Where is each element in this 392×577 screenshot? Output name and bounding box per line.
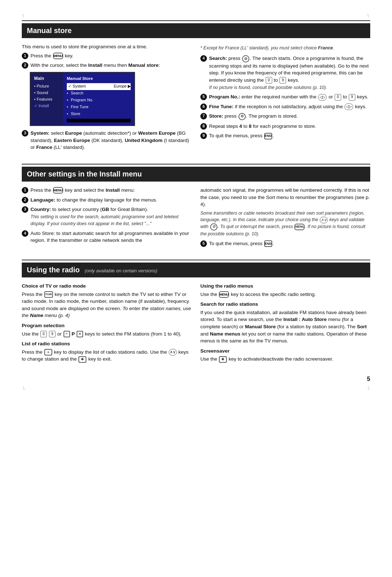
other-settings-header: Other settings in the Install menu [22, 167, 370, 182]
key-0-radio: 0 [40, 331, 47, 337]
end-key-9: END [264, 133, 272, 139]
key-9-4: 9 [279, 77, 286, 84]
ok-key-7: ⊙ [238, 113, 246, 120]
os-step-4-icon: 4 [22, 230, 28, 237]
radio-section: Using the radio (only available on certa… [22, 260, 370, 365]
list-key-radio: ≡ [44, 349, 52, 355]
step-8-icon: 8 [200, 123, 207, 130]
minus-key-radio: − [64, 331, 70, 337]
manual-store-section: Manual store This menu is used to store … [22, 20, 370, 154]
using-text: Use the MENU key to access the specific … [200, 291, 370, 298]
step-6-icon: 6 [200, 103, 207, 110]
other-settings-content: 1 Press the MENU key and select the Inst… [22, 187, 370, 249]
other-settings-section: Other settings in the Install menu 1 Pre… [22, 164, 370, 249]
tv-menu-item-features: • Features [34, 96, 60, 103]
tv-menu-system-item: ✓ SystemEurope ▶ [67, 83, 131, 90]
tvrad-key: TV/R [44, 291, 53, 298]
end-key-os5: END [264, 240, 272, 247]
step-3: 3 System: select Europe (automatic detec… [22, 130, 192, 151]
radio-header: Using the radio (only available on certa… [22, 263, 370, 277]
corner-mark-bl: └ [22, 385, 25, 393]
page-num-text: 5 [367, 376, 370, 382]
ok-key-os: ⊙ [210, 223, 217, 231]
asterisk-note: * Except for France (LL' standard), you … [200, 45, 370, 51]
menu-key-os1: MENU [53, 187, 63, 194]
os-right-italic: Some transmitters or cable networks broa… [200, 210, 370, 237]
tv-menu-programno-item: • Program No. [67, 97, 131, 104]
menu-key-icon: MENU [53, 53, 63, 59]
tv-menu-right-panel: Manual Store ✓ SystemEurope ▶ • Search •… [63, 73, 134, 125]
other-settings-right: automatic sort signal, the programmes wi… [200, 187, 370, 249]
plus-key-radio: + [77, 331, 83, 337]
using-heading: Using the radio menus [200, 283, 370, 290]
step-1-icon: 1 [22, 53, 28, 59]
step-6: 6 Fine Tune: if the reception is not sat… [200, 103, 370, 110]
corner-mark-br: └ [367, 385, 370, 393]
radio-left: Choice of TV or radio mode Press the TV/… [22, 283, 192, 365]
step-7-icon: 7 [200, 113, 207, 119]
step-2: 2 With the cursor, select the Install me… [22, 62, 192, 69]
os-step-1-text: Press the MENU key and select the Instal… [30, 187, 135, 194]
search-heading: Search for radio stations [200, 301, 370, 308]
os-step-3: 3 Country: to select your country (GB fo… [22, 206, 192, 227]
tv-menu-left-panel: Main • Picture • Sound • Features ✓ Inst… [30, 73, 63, 125]
ok-key-4: ⊙ [242, 55, 249, 62]
os-step-1-icon: 1 [22, 187, 28, 194]
step-5-text: Program No.: enter the required number w… [209, 93, 368, 101]
other-settings-left: 1 Press the MENU key and select the Inst… [22, 187, 192, 249]
manual-store-steps-right: 4 Search: press ⊙. The search starts. On… [200, 55, 370, 139]
step-4: 4 Search: press ⊙. The search starts. On… [200, 55, 370, 91]
step-2-text: With the cursor, select the Install menu… [30, 62, 160, 69]
step-3-text: System: select Europe (automatic detecti… [30, 130, 192, 151]
arrow-ud-os: ∧∨ [320, 217, 328, 223]
radio-content: Choice of TV or radio mode Press the TV/… [22, 283, 370, 365]
tv-menu-item-picture: • Picture [34, 83, 60, 90]
page-number: 5 [22, 375, 370, 383]
arrow-ud-radio: ∧∨ [169, 349, 177, 355]
os-step-2-text: Language: to change the display language… [30, 196, 157, 204]
step-8: 8 Repeat steps 4 to 8 for each programme… [200, 123, 370, 130]
tv-menu-item-sound: • Sound [34, 90, 60, 96]
step-1-text: Press the MENU key. [30, 52, 73, 60]
arrow-lr-5: ◁▷ [318, 94, 327, 101]
step-3-icon: 3 [22, 130, 28, 137]
menu-key-os: MENU [294, 224, 305, 230]
os-right-text-1: automatic sort signal, the programmes wi… [200, 187, 370, 208]
step-5: 5 Program No.: enter the required number… [200, 93, 370, 101]
step-7: 7 Store: press ⊙. The program is stored. [200, 113, 370, 120]
tv-menu-store-item: • Store [67, 110, 131, 117]
step-3-list: 3 System: select Europe (automatic detec… [22, 130, 192, 151]
manual-store-title: Manual store [27, 27, 72, 34]
os-step-5: 5 To quit the menus, press END. [200, 240, 370, 247]
search-text: If you used the quick installation, all … [200, 309, 370, 345]
manual-store-steps-left: 1 Press the MENU key. 2 With the cursor,… [22, 52, 192, 69]
step-4-text: Search: press ⊙. The search starts. Once… [209, 55, 370, 91]
end-key-radio-list: ⊕ [78, 356, 86, 363]
program-heading: Program selection [22, 322, 192, 329]
step-1: 1 Press the MENU key. [22, 52, 192, 60]
step-7-text: Store: press ⊙. The program is stored. [209, 113, 298, 120]
page-marks-bottom: └ └ [22, 385, 370, 393]
other-settings-title: Other settings in the Install menu [27, 170, 142, 178]
os-step-3-note: This setting is used for the search, aut… [30, 214, 179, 227]
manual-store-right: * Except for France (LL' standard), you … [200, 43, 370, 154]
step-9: 9 To quit the menus, press END. [200, 132, 370, 139]
program-text: Use the 0 9 or − P + keys to select the … [22, 330, 192, 338]
key-9-5: 9 [349, 94, 355, 101]
corner-mark-tl: ┐ [22, 11, 25, 18]
step-9-icon: 9 [200, 133, 207, 139]
screensaver-text: Use the ⊕ key to activate/deactivate the… [200, 355, 370, 363]
choice-heading: Choice of TV or radio mode [22, 283, 192, 290]
os-right-steps: 5 To quit the menus, press END. [200, 240, 370, 247]
os-step-4: 4 Auto Store: to start automatic search … [22, 230, 192, 244]
step-9-text: To quit the menus, press END. [209, 132, 274, 139]
os-step-2: 2 Language: to change the display langua… [22, 196, 192, 204]
other-settings-steps: 1 Press the MENU key and select the Inst… [22, 187, 192, 244]
os-step-3-text: Country: to select your country (GB for … [30, 206, 192, 227]
radio-right: Using the radio menus Use the MENU key t… [200, 283, 370, 365]
radio-subtitle: (only available on certain versions) [85, 268, 157, 273]
tv-menu-item-install: ✓ Install [34, 103, 60, 109]
list-heading: List of radio stations [22, 340, 192, 348]
key-0-5: 0 [335, 94, 341, 101]
menu-key-radio: MENU [219, 291, 229, 298]
